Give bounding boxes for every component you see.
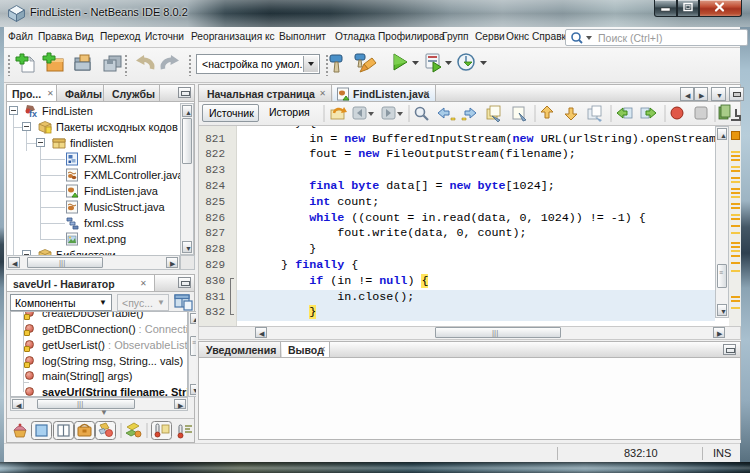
svg-text:fx: fx [29, 109, 37, 118]
